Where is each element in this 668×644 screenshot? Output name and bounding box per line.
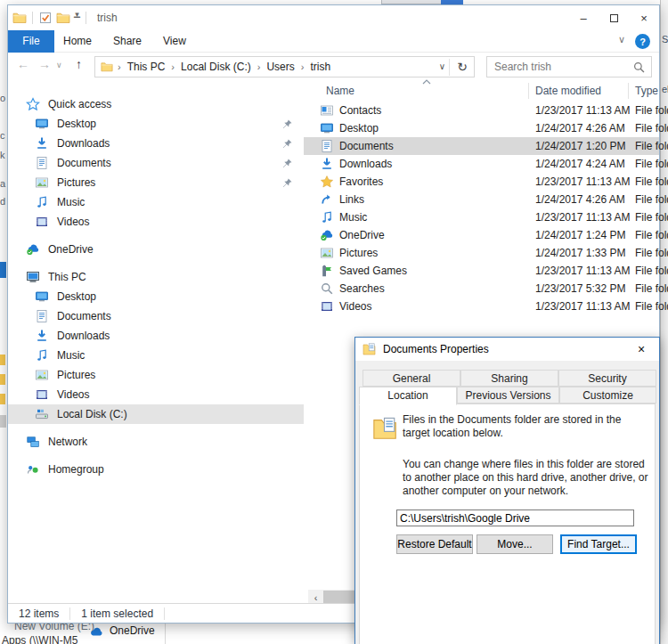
file-row-contacts[interactable]: Contacts1/23/2017 11:13 AMFile folder	[304, 102, 659, 119]
tab-share[interactable]: Share	[113, 30, 142, 53]
folder-location-icon	[372, 415, 399, 442]
location-tab-panel: Files in the Documents folder are stored…	[359, 404, 656, 644]
file-row-music[interactable]: Music1/23/2017 11:13 AMFile folder	[304, 208, 659, 226]
tab-view[interactable]: View	[163, 30, 186, 53]
file-row-videos[interactable]: Videos1/23/2017 11:13 AMFile folder	[304, 298, 659, 315]
sidebar-item-documents[interactable]: Documents	[8, 306, 304, 326]
column-headers: Name Date modified Type	[304, 80, 659, 102]
restore-default-button[interactable]: Restore Default	[396, 534, 473, 554]
background-text-fragment: el	[662, 84, 668, 94]
sidebar-item-music[interactable]: Music	[8, 346, 304, 365]
document-icon	[35, 156, 49, 170]
forward-arrow-icon[interactable]: →	[38, 57, 51, 71]
breadcrumb-segment-local-disk-c[interactable]: Local Disk (C:)	[181, 61, 251, 73]
sidebar-item-label: Quick access	[48, 98, 111, 110]
separator	[32, 12, 33, 24]
sidebar-item-onedrive[interactable]: OneDrive	[8, 240, 304, 259]
dialog-tab-general[interactable]: General	[363, 370, 460, 387]
file-row-links[interactable]: Links1/24/2017 4:26 AMFile folder	[304, 191, 659, 208]
file-row-pictures[interactable]: Pictures1/24/2017 1:33 PMFile folder	[304, 244, 659, 262]
breadcrumb-chevron-icon[interactable]: ›	[297, 61, 309, 72]
breadcrumb-chevron-icon[interactable]: ›	[167, 61, 179, 72]
sidebar-item-label: Music	[57, 196, 85, 208]
dialog-tab-previous-versions[interactable]: Previous Versions	[457, 387, 559, 404]
help-icon[interactable]: ?	[635, 34, 650, 49]
breadcrumb-chevron-icon[interactable]: ›	[113, 61, 126, 72]
qat-customize-chevron-icon[interactable]: ▾▔	[74, 11, 80, 25]
sidebar-item-label: Desktop	[57, 118, 96, 130]
download-icon	[35, 136, 49, 151]
breadcrumb-chevron-icon[interactable]: ›	[253, 61, 265, 72]
sidebar-item-label: Music	[57, 349, 85, 362]
tab-file[interactable]: File	[8, 30, 54, 53]
recent-locations-chevron-icon[interactable]: ∨	[56, 61, 62, 69]
file-type: File folder	[635, 300, 668, 313]
dialog-tab-sharing[interactable]: Sharing	[460, 370, 558, 387]
sidebar-item-videos[interactable]: Videos	[8, 212, 304, 232]
sidebar-item-downloads[interactable]: Downloads	[8, 326, 304, 346]
find-target-button[interactable]: Find Target...	[560, 534, 637, 554]
file-date-modified: 1/23/2017 11:13 AM	[535, 300, 631, 313]
file-row-favorites[interactable]: Favorites1/23/2017 11:13 AMFile folder	[304, 173, 659, 191]
refresh-icon[interactable]: ↻	[457, 60, 468, 74]
sidebar-item-desktop[interactable]: Desktop	[8, 287, 304, 306]
dialog-tab-customize[interactable]: Customize	[559, 387, 656, 404]
sidebar-item-videos[interactable]: Videos	[8, 385, 304, 404]
file-row-desktop[interactable]: Desktop1/24/2017 4:26 AMFile folder	[304, 119, 659, 137]
file-date-modified: 1/24/2017 4:24 AM	[535, 158, 625, 170]
download-icon	[320, 157, 334, 171]
breadcrumb-segment-users[interactable]: Users	[266, 61, 294, 73]
file-date-modified: 1/24/2017 1:24 PM	[535, 229, 625, 241]
properties-check-icon[interactable]	[38, 11, 53, 25]
sidebar-item-documents[interactable]: Documents	[8, 153, 304, 173]
onedrive-icon	[26, 242, 40, 257]
minimize-button[interactable]: –	[568, 5, 599, 30]
new-folder-icon[interactable]	[56, 11, 70, 25]
file-row-searches[interactable]: Searches1/23/2017 5:32 PMFile folder	[304, 280, 659, 298]
column-header-name[interactable]: Name	[326, 85, 354, 97]
pin-icon	[281, 177, 293, 189]
address-bar-row: ← → ∨ ↑ ›This PC›Local Disk (C:)›Users›t…	[8, 53, 659, 80]
file-row-saved-games[interactable]: Saved Games1/23/2017 11:13 AMFile folder	[304, 262, 659, 280]
dialog-tab-location[interactable]: Location	[359, 387, 457, 405]
file-row-documents[interactable]: Documents1/24/2017 1:20 PMFile folder	[304, 137, 659, 155]
move-button[interactable]: Move...	[477, 534, 553, 554]
breadcrumb-segment-trish[interactable]: trish	[310, 61, 330, 73]
breadcrumb-segment-this-pc[interactable]: This PC	[127, 61, 166, 73]
close-button[interactable]: ×	[629, 5, 659, 30]
column-header-type[interactable]: Type	[635, 85, 658, 97]
address-dropdown-chevron-icon[interactable]: ∨	[439, 61, 445, 71]
file-row-onedrive[interactable]: OneDrive1/24/2017 1:24 PMFile folder	[304, 226, 659, 244]
sidebar-item-label: Homegroup	[48, 463, 104, 476]
sidebar-item-homegroup[interactable]: Homegroup	[8, 460, 304, 479]
file-row-downloads[interactable]: Downloads1/24/2017 4:24 AMFile folder	[304, 155, 659, 173]
sidebar-item-label: Documents	[57, 310, 111, 322]
file-name: Contacts	[339, 104, 381, 117]
sidebar-item-downloads[interactable]: Downloads	[8, 134, 304, 153]
file-date-modified: 1/23/2017 11:13 AM	[535, 104, 631, 117]
dialog-tab-security[interactable]: Security	[558, 370, 656, 387]
maximize-button[interactable]	[599, 5, 629, 30]
expand-ribbon-chevron-icon[interactable]: ∨	[618, 34, 625, 45]
target-path-input[interactable]	[396, 509, 634, 526]
document-icon	[320, 139, 334, 153]
sidebar-item-desktop[interactable]: Desktop	[8, 114, 304, 134]
dialog-close-icon[interactable]: ×	[623, 338, 659, 361]
address-bar[interactable]: ›This PC›Local Disk (C:)›Users›trish ∨ ↻	[94, 56, 475, 77]
up-arrow-icon[interactable]: ↑	[76, 57, 82, 71]
pin-icon	[281, 138, 293, 150]
music-icon	[320, 210, 334, 224]
sidebar-item-pictures[interactable]: Pictures	[8, 365, 304, 385]
sidebar-item-music[interactable]: Music	[8, 192, 304, 212]
sidebar-item-local-disk-c[interactable]: Local Disk (C:)	[8, 404, 304, 424]
sidebar-item-this-pc[interactable]: This PC	[8, 267, 304, 287]
onedrive-icon	[320, 228, 334, 242]
sidebar-item-network[interactable]: Network	[8, 432, 304, 452]
sidebar-item-quick-access[interactable]: Quick access	[8, 94, 304, 114]
search-box[interactable]: Search trish	[486, 56, 652, 77]
background-apps-label: Apps (\\WIN-M5	[2, 634, 77, 644]
tab-home[interactable]: Home	[63, 30, 92, 53]
column-header-date-modified[interactable]: Date modified	[535, 85, 601, 97]
sidebar-item-pictures[interactable]: Pictures	[8, 173, 304, 192]
back-arrow-icon[interactable]: ←	[17, 57, 29, 71]
